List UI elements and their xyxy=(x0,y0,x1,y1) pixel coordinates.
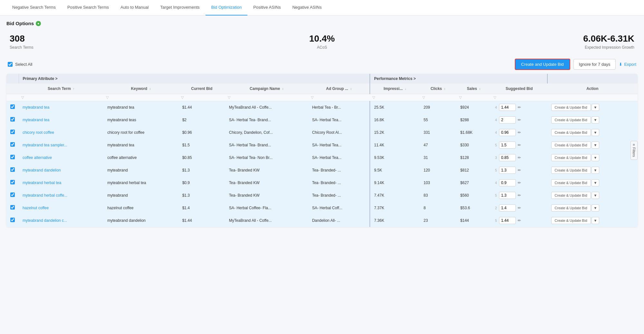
nav-target-improvements[interactable]: Target Improvements xyxy=(154,0,205,15)
col-header-ad-group[interactable]: Ad Group ... ↕ xyxy=(308,84,370,94)
cell-suggested-bid: 2 ✏ xyxy=(491,201,547,214)
row-checkbox-cell[interactable] xyxy=(6,189,19,201)
create-update-bid-row-button[interactable]: Create & Update Bid xyxy=(551,217,591,224)
nav-positive-search-terms[interactable]: Positive Search Terms xyxy=(62,0,115,15)
row-checkbox[interactable] xyxy=(10,104,15,109)
action-dropdown-button[interactable]: ▼ xyxy=(591,179,600,186)
create-update-bid-row-button[interactable]: Create & Update Bid xyxy=(551,204,591,211)
row-checkbox-cell[interactable] xyxy=(6,139,19,151)
select-all-checkbox[interactable] xyxy=(8,62,13,67)
edit-bid-icon[interactable]: ✏ xyxy=(518,155,521,160)
suggested-bid-input[interactable] xyxy=(499,204,516,211)
row-checkbox-cell[interactable] xyxy=(6,113,19,126)
cell-ad-group: Tea- Branded- ... xyxy=(308,189,370,201)
nav-positive-asins[interactable]: Positive ASINs xyxy=(247,0,286,15)
row-checkbox[interactable] xyxy=(10,180,15,184)
create-update-bid-row-button[interactable]: Create & Update Bid xyxy=(551,192,591,199)
filter-search-term-col[interactable]: ▽ xyxy=(19,94,103,101)
action-dropdown-button[interactable]: ▼ xyxy=(591,167,600,174)
cell-clicks: 8 xyxy=(420,201,457,214)
suggested-bid-input[interactable] xyxy=(499,116,516,123)
ignore-7-days-button[interactable]: Ignore for 7 days xyxy=(573,59,616,70)
row-checkbox[interactable] xyxy=(10,142,15,147)
suggested-bid-input[interactable] xyxy=(499,167,516,174)
edit-bid-icon[interactable]: ✏ xyxy=(518,118,521,122)
filter-sales-col[interactable]: ▽ xyxy=(457,94,491,101)
edit-bid-icon[interactable]: ✏ xyxy=(518,143,521,147)
cell-current-bid: $1.3 xyxy=(178,164,225,176)
create-update-bid-row-button[interactable]: Create & Update Bid xyxy=(551,167,591,174)
action-dropdown-button[interactable]: ▼ xyxy=(591,129,600,136)
create-update-bid-button[interactable]: Create and Update Bid xyxy=(515,59,570,70)
nav-auto-to-manual[interactable]: Auto to Manual xyxy=(115,0,154,15)
col-header-checkbox xyxy=(6,84,19,94)
filter-impressions-col[interactable]: ▽ xyxy=(370,94,419,101)
row-checkbox-cell[interactable] xyxy=(6,176,19,189)
suggested-bid-input[interactable] xyxy=(499,104,516,111)
col-header-keyword[interactable]: Keyword ↕ xyxy=(103,84,178,94)
row-checkbox[interactable] xyxy=(10,167,15,172)
create-update-bid-row-button[interactable]: Create & Update Bid xyxy=(551,154,591,161)
edit-bid-icon[interactable]: ✏ xyxy=(518,206,521,210)
nav-negative-asins[interactable]: Negative ASINs xyxy=(286,0,327,15)
filter-adgroup-col[interactable]: ▽ xyxy=(308,94,370,101)
edit-bid-icon[interactable]: ✏ xyxy=(518,105,521,110)
suggested-bid-input[interactable] xyxy=(499,179,516,186)
cell-clicks: 23 xyxy=(420,214,457,227)
create-update-bid-row-button[interactable]: Create & Update Bid xyxy=(551,142,591,149)
filter-clicks-col[interactable]: ▽ xyxy=(420,94,457,101)
row-checkbox[interactable] xyxy=(10,205,15,210)
action-dropdown-button[interactable]: ▼ xyxy=(591,104,600,111)
create-update-bid-row-button[interactable]: Create & Update Bid xyxy=(551,104,591,111)
row-checkbox[interactable] xyxy=(10,218,15,222)
table-scroll-area[interactable]: Primary Attribute > Performance Metrics … xyxy=(6,74,638,227)
col-header-impressions[interactable]: Impressi... ↓ xyxy=(370,84,419,94)
side-filters-button[interactable]: ≡Filters xyxy=(630,141,638,160)
nav-bid-optimization[interactable]: Bid Optimization xyxy=(206,0,248,15)
cell-clicks: 120 xyxy=(420,164,457,176)
edit-bid-icon[interactable]: ✏ xyxy=(518,181,521,185)
row-checkbox-cell[interactable] xyxy=(6,101,19,113)
action-dropdown-button[interactable]: ▼ xyxy=(591,142,600,149)
row-checkbox[interactable] xyxy=(10,130,15,134)
col-header-campaign-name[interactable]: Campaign Name ↕ xyxy=(225,84,308,94)
group-header-primary-attribute[interactable]: Primary Attribute > xyxy=(19,74,370,84)
suggested-bid-input[interactable] xyxy=(499,217,516,224)
filter-keyword-col[interactable]: ▽ xyxy=(103,94,178,101)
suggested-bid-input[interactable] xyxy=(499,129,516,136)
suggested-bid-input[interactable] xyxy=(499,154,516,161)
col-header-sales[interactable]: Sales ↕ xyxy=(457,84,491,94)
action-dropdown-button[interactable]: ▼ xyxy=(591,204,600,211)
group-header-performance-metrics[interactable]: Performance Metrics > xyxy=(370,74,547,84)
row-checkbox-cell[interactable] xyxy=(6,164,19,176)
row-checkbox[interactable] xyxy=(10,155,15,159)
filter-suggested-bid-col[interactable]: ▽ xyxy=(491,94,547,101)
create-update-bid-row-button[interactable]: Create & Update Bid xyxy=(551,116,591,123)
edit-bid-icon[interactable]: ✏ xyxy=(518,218,521,223)
action-dropdown-button[interactable]: ▼ xyxy=(591,192,600,199)
row-checkbox[interactable] xyxy=(10,192,15,197)
row-checkbox[interactable] xyxy=(10,117,15,122)
row-checkbox-cell[interactable] xyxy=(6,214,19,227)
row-checkbox-cell[interactable] xyxy=(6,126,19,139)
suggested-bid-input[interactable] xyxy=(499,142,516,149)
action-dropdown-button[interactable]: ▼ xyxy=(591,217,600,224)
create-update-bid-row-button[interactable]: Create & Update Bid xyxy=(551,179,591,186)
edit-bid-icon[interactable]: ✏ xyxy=(518,193,521,198)
export-button[interactable]: ⬇ Export xyxy=(619,62,636,67)
filter-current-bid-col[interactable]: ▽ xyxy=(178,94,225,101)
edit-bid-icon[interactable]: ✏ xyxy=(518,168,521,172)
col-header-search-term[interactable]: Search Term ↑ xyxy=(19,84,103,94)
cell-current-bid: $1.44 xyxy=(178,214,225,227)
create-update-bid-row-button[interactable]: Create & Update Bid xyxy=(551,129,591,136)
action-dropdown-button[interactable]: ▼ xyxy=(591,116,600,123)
row-checkbox-cell[interactable] xyxy=(6,151,19,164)
row-checkbox-cell[interactable] xyxy=(6,201,19,214)
filter-campaign-col[interactable]: ▽ xyxy=(225,94,308,101)
action-dropdown-button[interactable]: ▼ xyxy=(591,154,600,161)
edit-bid-icon[interactable]: ✏ xyxy=(518,130,521,135)
col-header-clicks[interactable]: Clicks ↕ xyxy=(420,84,457,94)
bid-options-info-icon[interactable]: ● xyxy=(36,21,41,26)
suggested-bid-input[interactable] xyxy=(499,192,516,199)
nav-negative-search-terms[interactable]: Negative Search Terms xyxy=(6,0,62,15)
